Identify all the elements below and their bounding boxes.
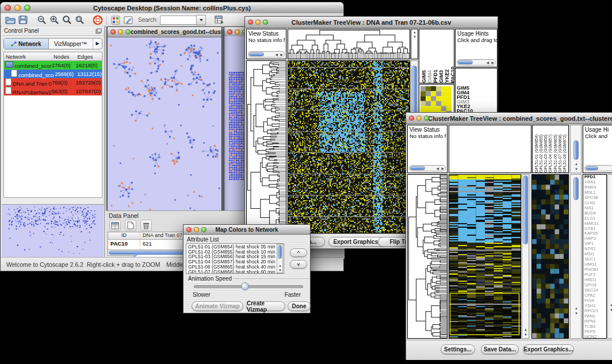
select-attributes-icon[interactable] — [109, 220, 121, 231]
vscroll-thumb[interactable] — [573, 177, 579, 200]
import-table-icon[interactable] — [213, 14, 225, 26]
attribute-list-scrollbar[interactable] — [277, 244, 283, 273]
tv2-title-bar[interactable]: ClusterMaker TreeView : combined_scores_… — [406, 113, 612, 124]
scroll-left-icon[interactable] — [436, 167, 439, 170]
scroll-up-icon[interactable] — [610, 303, 612, 306]
network-table-header[interactable]: Network Nodes Edges — [4, 52, 102, 61]
done-button[interactable]: Done — [288, 301, 311, 311]
column-header-id[interactable]: ID — [108, 232, 140, 239]
tv2-column-label[interactable]: GPL51-02 (GSM855) — [539, 125, 543, 173]
help-ring-icon[interactable] — [91, 14, 104, 26]
tv1-column-label[interactable]: GIM4 — [427, 29, 433, 83]
zoom-out-icon[interactable] — [35, 14, 48, 26]
vscroll-thumb[interactable] — [523, 175, 528, 244]
animation-speed-slider-thumb[interactable] — [241, 282, 249, 290]
create-vizmap-button[interactable]: Create Vizmap — [246, 301, 285, 311]
scroll-down-icon[interactable] — [278, 269, 282, 272]
scroll-down-icon[interactable] — [575, 167, 578, 171]
zoom-in-icon[interactable] — [48, 14, 60, 26]
close-icon[interactable] — [186, 227, 192, 232]
scroll-right-icon[interactable] — [491, 61, 494, 64]
column-header-network[interactable]: Network — [4, 53, 52, 60]
tv1-column-label[interactable]: PFD1 — [433, 29, 438, 83]
tv1-column-label[interactable]: YKE2 — [444, 29, 450, 83]
vscroll-thumb[interactable] — [278, 245, 282, 259]
scroll-right-icon[interactable] — [441, 167, 444, 170]
settings-button[interactable]: Settings... — [441, 344, 475, 354]
hscroll-thumb[interactable] — [458, 60, 473, 64]
tab-vizmapper[interactable]: VizMapper™ — [49, 39, 94, 49]
zoom-window-icon[interactable] — [125, 29, 131, 35]
network-table-row[interactable]: combined_sco2569(6)13112(15) — [4, 70, 102, 78]
main-title-bar[interactable]: Cytoscape Desktop (Session Name: collins… — [1, 2, 343, 14]
tv2-column-label[interactable]: GPL51-04 (GSM857) — [548, 125, 552, 173]
tv2-column-label[interactable]: GPL51-03 (GSM856) — [544, 125, 548, 173]
save-icon[interactable] — [17, 14, 29, 26]
tv2-gene-labels[interactable]: PFD1YRA1RNR4MSL1SPC98CLN1NIS1BUD4ELG1MAK… — [583, 174, 607, 339]
save-data-button[interactable]: Save Data... — [481, 344, 519, 354]
zoom-selected-region-icon[interactable] — [73, 14, 86, 26]
vscroll-thumb[interactable] — [573, 140, 579, 160]
network-overview-canvas[interactable] — [2, 205, 104, 258]
zoom-window-icon[interactable] — [201, 227, 206, 232]
zoom-window-icon[interactable] — [263, 20, 268, 25]
close-icon[interactable] — [227, 29, 232, 35]
tv1-heatmap[interactable] — [288, 60, 410, 233]
view-status-scrollbar[interactable] — [409, 165, 446, 171]
vizmapper-icon[interactable] — [109, 14, 122, 26]
close-icon[interactable] — [110, 29, 116, 35]
tv1-column-label[interactable]: PAC10 — [450, 29, 454, 83]
network-table-row[interactable]: DNA and Tran 07769(0)183728(0) — [4, 78, 102, 87]
delete-attribute-icon[interactable] — [140, 220, 152, 231]
minimize-icon[interactable] — [416, 116, 422, 121]
tv1-column-scroll-strip[interactable] — [411, 29, 418, 59]
scroll-up-icon[interactable] — [524, 328, 527, 331]
tv2-column-label[interactable]: GPL51-08 (GSM872) — [563, 125, 567, 173]
tv2-right-scroll-strip[interactable] — [607, 174, 612, 339]
network-table-row[interactable]: combined_scores_2764(0)16218(0) — [4, 61, 102, 70]
tv1-column-label[interactable]: GIM5 — [421, 29, 427, 83]
search-input[interactable] — [160, 16, 196, 25]
close-icon[interactable] — [248, 20, 253, 25]
tv2-heatmap[interactable] — [449, 174, 521, 339]
scroll-up-icon[interactable] — [278, 264, 282, 267]
tv2-zoom-heatmap[interactable] — [531, 174, 569, 339]
annotation-icon[interactable] — [122, 14, 135, 26]
scroll-down-icon[interactable] — [610, 308, 612, 312]
tv2-gene-vscrollbar[interactable] — [570, 174, 582, 339]
tv2-column-label[interactable]: GPL51-07 (GSM868) — [558, 125, 562, 173]
column-header-edges[interactable]: Edges — [76, 53, 102, 60]
move-up-button[interactable]: ^ — [290, 248, 307, 257]
tv2-column-label[interactable]: GPL51-06 (GSM865) — [553, 125, 557, 173]
scroll-up-icon[interactable] — [575, 306, 578, 310]
gene-label[interactable]: MON2 — [583, 335, 606, 339]
hscroll-thumb[interactable] — [410, 166, 425, 170]
tv2-heatmap-vscrollbar[interactable] — [522, 174, 529, 339]
usage-hints-scrollbar[interactable] — [584, 165, 612, 171]
tab-network[interactable]: Network — [4, 39, 49, 49]
scroll-right-icon[interactable] — [280, 53, 283, 56]
animate-vizmap-button[interactable]: Animate Vizmap — [192, 301, 243, 311]
search-dropdown-icon[interactable] — [196, 15, 206, 25]
usage-hints-scrollbar[interactable] — [457, 59, 496, 66]
minimize-icon[interactable] — [235, 29, 240, 35]
scroll-up-icon[interactable] — [575, 162, 578, 166]
scroll-left-icon[interactable] — [486, 61, 489, 64]
create-attribute-icon[interactable] — [125, 220, 136, 231]
tv2-row-dendrogram[interactable] — [407, 174, 447, 339]
minimize-icon[interactable] — [118, 29, 123, 35]
scroll-down-icon[interactable] — [524, 333, 527, 336]
open-file-icon[interactable] — [4, 14, 17, 26]
network-view-window[interactable]: combined_scores_good.txt--cluste... — [107, 26, 222, 213]
zoom-window-icon[interactable] — [424, 116, 429, 121]
hscroll-thumb[interactable] — [249, 52, 264, 56]
tv2-column-dendrogram[interactable] — [449, 125, 531, 173]
move-down-button[interactable]: v — [290, 260, 307, 269]
close-icon[interactable] — [409, 116, 414, 121]
network-view-canvas[interactable] — [108, 37, 221, 213]
tv2-label-vscrollbar[interactable] — [570, 125, 582, 173]
tv1-row-dendrogram[interactable] — [246, 60, 286, 233]
attribute-list[interactable]: GPL51-01 (GSM854) heat shock 05 minGPL51… — [186, 243, 284, 274]
tv1-title-bar[interactable]: ClusterMaker TreeView : DNA and Tran 07-… — [245, 17, 498, 28]
tv1-column-labels[interactable]: GIM5GIM4PFD1GIM3YKE2PAC10 — [419, 29, 454, 83]
